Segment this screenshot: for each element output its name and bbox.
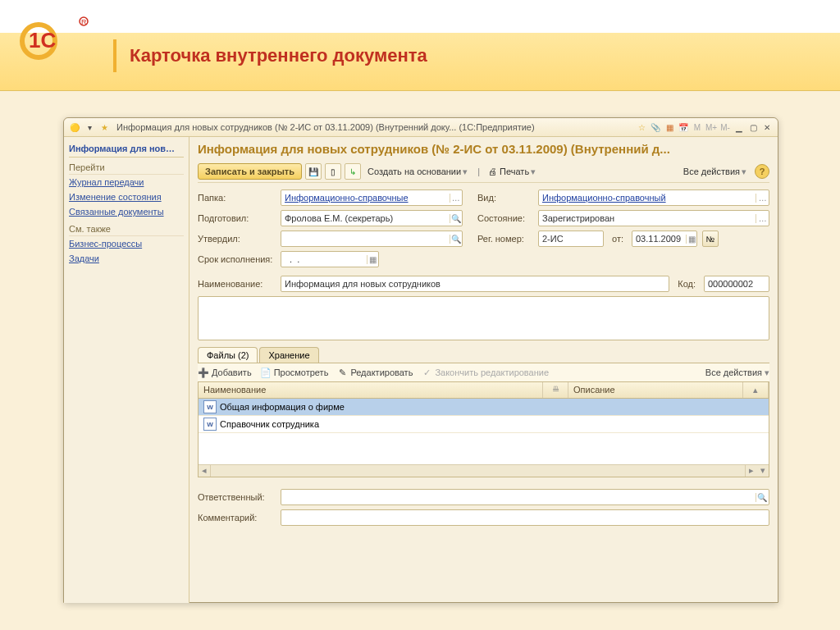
main-toolbar: Записать и закрыть 💾 ▯ ↳ Создать на осно… <box>198 161 769 183</box>
tab-storage[interactable]: Хранение <box>259 347 318 363</box>
grid-row[interactable]: WОбщая информация о фирме <box>199 399 769 416</box>
m-minus-icon[interactable]: M- <box>719 121 731 133</box>
files-grid: Наименование ≞ Описание ▴ WОбщая информа… <box>198 381 769 477</box>
regnum-field[interactable] <box>538 231 604 247</box>
h-scrollbar[interactable]: ◂ ▸ ▾ <box>199 464 769 477</box>
window-title: Информация для новых сотрудников (№ 2-ИС… <box>116 122 636 132</box>
view-button[interactable]: 📄Просмотреть <box>260 367 329 378</box>
name-field[interactable] <box>281 276 669 292</box>
approved-field[interactable]: 🔍 <box>281 231 463 247</box>
comment-label: Комментарий: <box>198 513 276 523</box>
state-field[interactable]: … <box>538 210 769 226</box>
comment-field[interactable] <box>281 509 769 526</box>
app-window: 🟡 ▾ ★ Информация для новых сотрудников (… <box>63 117 778 603</box>
star-icon[interactable]: ★ <box>98 121 110 133</box>
lookup-icon[interactable]: … <box>756 194 769 203</box>
search-icon[interactable]: 🔍 <box>450 214 462 223</box>
arrow-icon[interactable]: ↳ <box>345 163 361 180</box>
create-based-button[interactable]: Создать на основании▾ <box>364 165 472 179</box>
print-button[interactable]: 🖨 Печать▾ <box>485 165 541 179</box>
state-label: Состояние: <box>477 213 533 223</box>
responsible-field[interactable]: 🔍 <box>281 489 769 505</box>
approved-label: Утвердил: <box>198 234 276 244</box>
doc-icon[interactable]: ▯ <box>325 163 341 180</box>
sidebar-title: Информация для нов… <box>69 140 184 158</box>
grid-row[interactable]: WСправочник сотрудника <box>199 416 769 433</box>
minimize-icon[interactable]: ▁ <box>733 121 745 133</box>
word-doc-icon: W <box>203 400 217 413</box>
slide-header: 1С R Карточка внутреннего документа <box>0 0 840 91</box>
col-desc[interactable]: Описание <box>568 382 743 398</box>
folder-label: Папка: <box>198 193 276 203</box>
prepared-field[interactable]: 🔍 <box>281 210 463 226</box>
sidebar-section-goto: Перейти <box>69 158 184 175</box>
scroll-up-icon[interactable]: ▴ <box>743 382 769 398</box>
svg-text:R: R <box>81 18 87 26</box>
tab-files[interactable]: Файлы (2) <box>198 347 258 363</box>
file-toolbar: ➕Добавить 📄Просмотреть ✎Редактировать ✓З… <box>198 363 769 381</box>
fav-icon[interactable]: ☆ <box>636 121 647 133</box>
col-name[interactable]: Наименование <box>199 382 543 398</box>
tabs: Файлы (2) Хранение <box>198 347 769 363</box>
memo-field[interactable] <box>198 296 769 340</box>
code-field[interactable] <box>704 276 769 292</box>
main-area: Информация для новых сотрудников (№ 2-ИС… <box>189 137 778 603</box>
sidebar-link-processes[interactable]: Бизнес-процессы <box>69 236 184 251</box>
finish-edit-button[interactable]: ✓Закончить редактирование <box>421 367 549 378</box>
deadline-field[interactable]: ▦ <box>281 251 379 267</box>
type-label: Вид: <box>477 193 533 203</box>
title-accent-bar <box>113 39 116 72</box>
attach-icon[interactable]: 📎 <box>650 121 661 133</box>
save-close-button[interactable]: Записать и закрыть <box>198 163 302 180</box>
sidebar-link-related[interactable]: Связанные документы <box>69 204 184 219</box>
logo-1c: 1С R <box>16 15 94 60</box>
sidebar-link-state[interactable]: Изменение состояния <box>69 189 184 204</box>
maximize-icon[interactable]: ▢ <box>747 121 759 133</box>
slide-title: Карточка внутреннего документа <box>130 45 427 66</box>
date-field[interactable]: ▦ <box>632 231 697 247</box>
regnum-label: Рег. номер: <box>477 234 533 244</box>
scroll-down-icon[interactable]: ▾ <box>757 465 769 477</box>
number-button[interactable]: № <box>702 231 719 247</box>
app-icon: 🟡 <box>69 121 80 133</box>
col-sort-icon[interactable]: ≞ <box>543 382 568 398</box>
window-titlebar: 🟡 ▾ ★ Информация для новых сотрудников (… <box>64 118 778 137</box>
svg-text:1С: 1С <box>29 28 56 52</box>
search-icon[interactable]: 🔍 <box>450 235 462 244</box>
word-doc-icon: W <box>203 418 217 431</box>
sidebar-section-see: См. также <box>69 219 184 236</box>
sidebar: Информация для нов… Перейти Журнал перед… <box>64 137 189 603</box>
prepared-label: Подготовил: <box>198 213 276 223</box>
scroll-right-icon[interactable]: ▸ <box>745 465 757 477</box>
calendar-icon[interactable]: 📅 <box>678 121 689 133</box>
edit-button[interactable]: ✎Редактировать <box>336 367 413 378</box>
sidebar-link-tasks[interactable]: Задачи <box>69 251 184 266</box>
calendar-icon[interactable]: ▦ <box>686 235 696 244</box>
add-button[interactable]: ➕Добавить <box>198 367 252 378</box>
from-label: от: <box>609 234 627 244</box>
m-plus-icon[interactable]: M+ <box>705 121 717 133</box>
file-all-actions-button[interactable]: Все действия▾ <box>705 368 769 378</box>
type-field[interactable]: … <box>538 189 769 206</box>
close-icon[interactable]: ✕ <box>761 121 773 133</box>
lookup-icon[interactable]: … <box>450 194 462 203</box>
m-icon[interactable]: M <box>692 121 703 133</box>
back-icon[interactable]: ▾ <box>84 121 95 133</box>
folder-field[interactable]: … <box>281 189 463 206</box>
all-actions-button[interactable]: Все действия▾ <box>680 165 751 179</box>
sidebar-link-journal[interactable]: Журнал передачи <box>69 175 184 189</box>
deadline-label: Срок исполнения: <box>198 254 276 264</box>
document-title: Информация для новых сотрудников (№ 2-ИС… <box>198 142 769 161</box>
calendar-icon[interactable]: ▦ <box>367 255 378 264</box>
help-icon[interactable]: ? <box>755 164 769 179</box>
code-label: Код: <box>674 279 699 289</box>
name-label: Наименование: <box>198 279 276 289</box>
grid-icon[interactable]: ▦ <box>664 121 675 133</box>
scroll-left-icon[interactable]: ◂ <box>199 465 211 477</box>
responsible-label: Ответственный: <box>198 492 276 502</box>
form: Папка: … Вид: … Подготовил: 🔍 Состояние:… <box>198 183 769 526</box>
search-icon[interactable]: 🔍 <box>756 493 769 502</box>
lookup-icon[interactable]: … <box>756 214 769 223</box>
save-icon[interactable]: 💾 <box>305 163 322 180</box>
